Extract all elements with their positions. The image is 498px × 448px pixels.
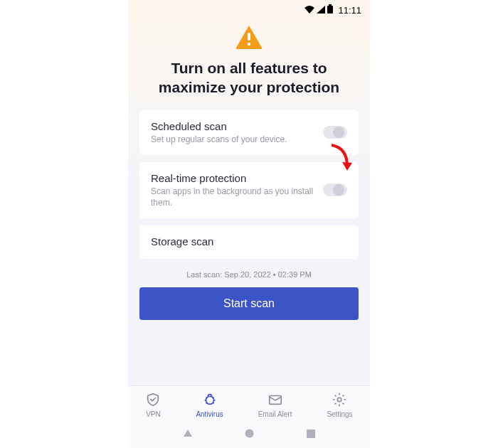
bug-icon (202, 392, 218, 409)
start-scan-button[interactable]: Start scan (139, 287, 359, 320)
realtime-protection-toggle[interactable] (323, 183, 347, 196)
nav-antivirus[interactable]: Antivirus (196, 392, 223, 418)
status-time: 11:11 (338, 5, 361, 16)
recent-icon[interactable] (307, 428, 315, 441)
system-nav (128, 421, 370, 448)
storage-scan-card[interactable]: Storage scan (139, 225, 359, 259)
scheduled-scan-card[interactable]: Scheduled scan Set up regular scans of y… (139, 110, 359, 155)
nav-email-alert[interactable]: Email Alert (258, 392, 292, 418)
svg-point-7 (245, 430, 254, 438)
battery-icon (327, 4, 333, 16)
storage-scan-title: Storage scan (151, 235, 347, 247)
scheduled-scan-desc: Set up regular scans of your device. (151, 134, 314, 145)
nav-vpn-label: VPN (146, 410, 161, 418)
phone-frame: 11:11 Turn on all features to maximize y… (128, 0, 370, 448)
gear-icon (332, 392, 347, 409)
warning-icon (139, 24, 359, 50)
shield-icon (145, 392, 161, 409)
bottom-nav: VPN Antivirus Email Alert Settings (128, 385, 370, 421)
content: Turn on all features to maximize your pr… (128, 17, 370, 385)
back-icon[interactable] (183, 428, 193, 441)
svg-point-3 (248, 43, 250, 46)
signal-icon (317, 5, 325, 16)
svg-point-6 (338, 398, 342, 402)
realtime-protection-card[interactable]: Real-time protection Scan apps in the ba… (139, 162, 359, 218)
svg-rect-2 (248, 33, 250, 41)
realtime-protection-desc: Scan apps in the background as you insta… (151, 186, 314, 208)
home-icon[interactable] (245, 428, 254, 441)
realtime-protection-title: Real-time protection (151, 172, 314, 184)
hero-title: Turn on all features to maximize your pr… (139, 58, 359, 97)
nav-settings-label: Settings (327, 410, 352, 418)
nav-antivirus-label: Antivirus (196, 410, 223, 418)
nav-email-label: Email Alert (258, 410, 292, 418)
last-scan-text: Last scan: Sep 20, 2022 • 02:39 PM (139, 270, 359, 279)
nav-settings[interactable]: Settings (327, 392, 352, 418)
scheduled-scan-title: Scheduled scan (151, 120, 314, 132)
scheduled-scan-text: Scheduled scan Set up regular scans of y… (151, 120, 314, 145)
hero: Turn on all features to maximize your pr… (139, 24, 359, 97)
svg-rect-1 (327, 6, 333, 14)
status-bar: 11:11 (128, 0, 370, 17)
mail-icon (267, 392, 283, 409)
nav-vpn[interactable]: VPN (145, 392, 161, 418)
storage-scan-text: Storage scan (151, 235, 347, 249)
svg-rect-8 (307, 430, 315, 438)
scheduled-scan-toggle[interactable] (323, 126, 347, 139)
realtime-protection-text: Real-time protection Scan apps in the ba… (151, 172, 314, 208)
wifi-icon (304, 5, 314, 16)
svg-rect-0 (329, 4, 332, 6)
